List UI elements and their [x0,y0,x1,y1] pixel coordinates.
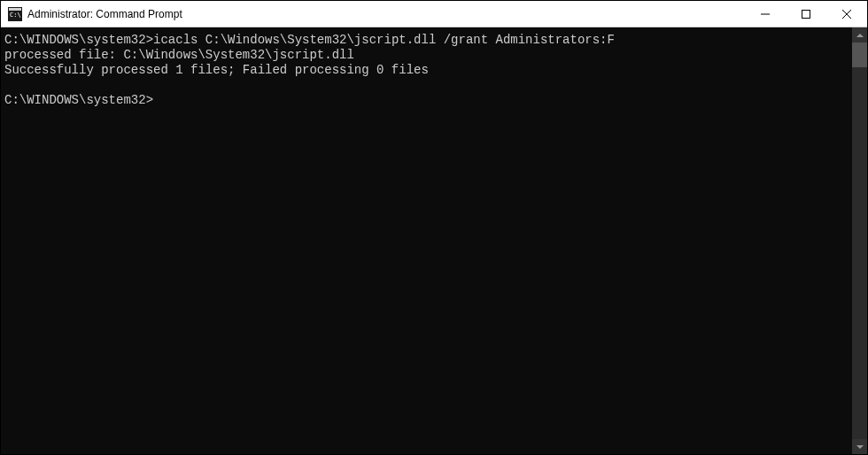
prompt-2: C:\WINDOWS\system32> [4,93,153,107]
chevron-up-icon [856,34,864,37]
vertical-scrollbar[interactable] [852,27,867,454]
titlebar[interactable]: C:\ Administrator: Command Prompt [1,1,867,27]
cmd-icon: C:\ [8,7,22,21]
client-area: C:\WINDOWS\system32>icacls C:\Windows\Sy… [1,27,867,454]
close-icon [842,10,851,19]
minimize-button[interactable] [745,1,786,27]
scroll-thumb[interactable] [852,42,867,67]
command-1: icacls C:\Windows\System32\jscript.dll /… [153,33,615,47]
svg-text:C:\: C:\ [10,12,21,19]
maximize-button[interactable] [786,1,826,27]
close-button[interactable] [826,1,867,27]
scroll-up-button[interactable] [852,27,867,42]
maximize-icon [802,10,810,19]
minimize-icon [761,10,770,19]
prompt-1: C:\WINDOWS\system32> [4,33,153,47]
window-title: Administrator: Command Prompt [27,8,745,20]
svg-rect-4 [802,10,810,18]
output-line-processed: processed file: C:\Windows\System32\jscr… [4,48,354,62]
window-controls [745,1,867,27]
scroll-down-button[interactable] [852,439,867,454]
command-prompt-window: C:\ Administrator: Command Prompt [0,0,868,455]
output-line-success: Successfully processed 1 files; Failed p… [4,63,429,77]
chevron-down-icon [856,445,864,449]
terminal-output[interactable]: C:\WINDOWS\system32>icacls C:\Windows\Sy… [1,27,852,454]
svg-rect-1 [9,8,21,11]
